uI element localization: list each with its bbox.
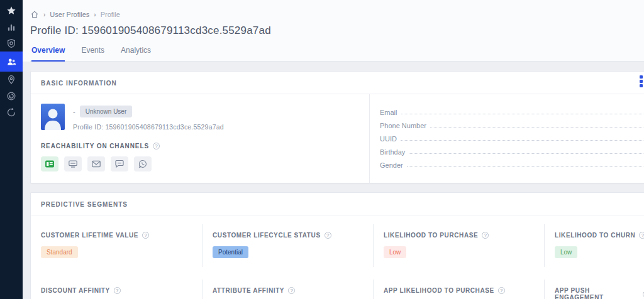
status-badge: Low [384,246,406,258]
dotted-leader [401,114,644,114]
breadcrumb: › User Profiles › Profile [30,10,644,19]
predictive-segments-card: PREDICTIVE SEGMENTS CUSTOMER LIFETIME VA… [30,192,644,299]
page-header: › User Profiles › Profile Profile ID: 15… [23,0,644,62]
cell-label: APP PUSH ENGAGEMENT [555,287,639,299]
cell-label: APP LIKELIHOOD TO PURCHASE [384,287,494,294]
tab-analytics[interactable]: Analytics [121,46,151,61]
breadcrumb-separator: › [43,11,45,18]
predictive-cell: APP PUSH ENGAGEMENT? Not Available [544,280,644,299]
basic-information-card: BASIC INFORMATION - Unknown User [30,71,644,183]
star-icon [6,6,16,16]
field-label: UUID [380,135,397,143]
sidebar [0,0,23,299]
help-icon[interactable]: ? [639,232,644,239]
sms-channel-icon [64,156,82,171]
name-prefix: - [73,108,75,116]
cell-label: ATTRIBUTE AFFINITY [213,287,284,294]
sidebar-item-security[interactable] [0,35,23,52]
field-uuid: UUID [380,131,644,143]
field-label: Gender [380,161,403,169]
predictive-cell: DISCOUNT AFFINITY? Low [31,280,202,299]
predictive-cell: CUSTOMER LIFECYCLE STATUS? Potential [202,224,373,267]
sidebar-item-refresh[interactable] [0,104,23,121]
field-gender: Gender [380,157,644,169]
predictive-row-1: CUSTOMER LIFETIME VALUE? Standard CUSTOM… [31,224,644,271]
basic-information-header: BASIC INFORMATION [31,72,644,94]
predictive-segments-header: PREDICTIVE SEGMENTS [31,193,644,215]
webpush-channel-icon [41,156,58,171]
sidebar-item-locate[interactable] [0,72,23,88]
help-icon[interactable]: ? [482,232,489,239]
dotted-leader [407,166,644,167]
help-icon[interactable]: ? [325,232,331,239]
reachability-row: REACHABILITY ON CHANNELS ? [41,143,359,150]
target-icon [6,91,16,101]
cell-label: LIKELIHOOD TO CHURN [555,232,635,239]
basic-information-title: BASIC INFORMATION [41,80,117,87]
predictive-cell: LIKELIHOOD TO PURCHASE? Low [373,224,544,267]
dotted-leader [430,127,644,128]
home-icon[interactable] [30,10,39,19]
email-channel-icon [87,156,105,171]
predictive-cell: ATTRIBUTE AFFINITY? MonJacketBottom [202,280,373,299]
help-icon[interactable]: ? [288,287,295,294]
predictive-cell: APP LIKELIHOOD TO PURCHASE? Not Availabl… [373,280,544,299]
vertical-dots-menu-icon[interactable] [640,75,644,89]
field-label: Email [380,109,397,116]
tab-overview[interactable]: Overview [31,46,65,62]
cell-label: CUSTOMER LIFECYCLE STATUS [213,232,321,239]
cell-label: CUSTOMER LIFETIME VALUE [41,232,138,239]
field-label: Phone Number [380,122,426,129]
bar-chart-icon [6,22,16,32]
dotted-leader [401,140,644,141]
status-badge: Standard [41,246,78,258]
help-icon[interactable]: ? [153,143,160,150]
sidebar-item-user-profiles[interactable] [0,52,23,72]
profile-meta: - Unknown User Profile ID: 1596019054086… [73,104,224,131]
cell-label: DISCOUNT AFFINITY [41,287,110,294]
profile-id-text: Profile ID: 159601905408679113cd3ce.5529… [73,123,224,131]
predictive-cell: LIKELIHOOD TO CHURN? Low [544,224,644,267]
shield-icon [6,38,16,48]
chat-channel-icon [111,156,128,171]
field-email: Email [380,104,644,116]
page-title: Profile ID: 159601905408679113cd3ce.5529… [30,24,644,37]
basic-info-left-panel: - Unknown User Profile ID: 1596019054086… [31,94,369,183]
tab-bar: Overview Events Analytics [30,46,644,62]
tab-events[interactable]: Events [81,46,104,61]
status-badge: Potential [213,246,248,258]
field-label: Birthday [380,148,405,156]
main-area: › User Profiles › Profile Profile ID: 15… [23,0,644,299]
breadcrumb-profile: Profile [101,11,120,18]
content-area: BASIC INFORMATION - Unknown User [23,62,644,299]
help-icon[interactable]: ? [114,287,121,294]
whatsapp-channel-icon [134,156,152,171]
sidebar-item-favorites[interactable] [0,3,23,19]
breadcrumb-user-profiles[interactable]: User Profiles [50,11,89,18]
channel-icons [41,156,359,171]
breadcrumb-separator: › [94,11,96,18]
sidebar-item-analytics[interactable] [0,19,23,35]
basic-info-fields-panel: Email Phone Number UUID Birthday Gender [369,94,644,183]
predictive-segments-title: PREDICTIVE SEGMENTS [41,201,128,208]
dotted-leader [409,153,644,154]
help-icon[interactable]: ? [498,287,505,294]
avatar [41,104,65,130]
reachability-title: REACHABILITY ON CHANNELS [41,143,149,150]
unknown-user-badge: Unknown User [80,106,133,117]
cell-label: LIKELIHOOD TO PURCHASE [384,232,478,239]
users-icon [6,57,17,67]
help-icon[interactable]: ? [142,232,149,239]
field-phone-number: Phone Number [380,117,644,129]
refresh-icon [6,107,16,117]
status-badge: Low [555,246,577,258]
predictive-row-2: DISCOUNT AFFINITY? Low ATTRIBUTE AFFINIT… [31,280,644,299]
sidebar-item-retention[interactable] [0,88,23,104]
predictive-cell: CUSTOMER LIFETIME VALUE? Standard [31,224,202,267]
map-pin-icon [6,75,16,85]
field-birthday: Birthday [380,144,644,156]
